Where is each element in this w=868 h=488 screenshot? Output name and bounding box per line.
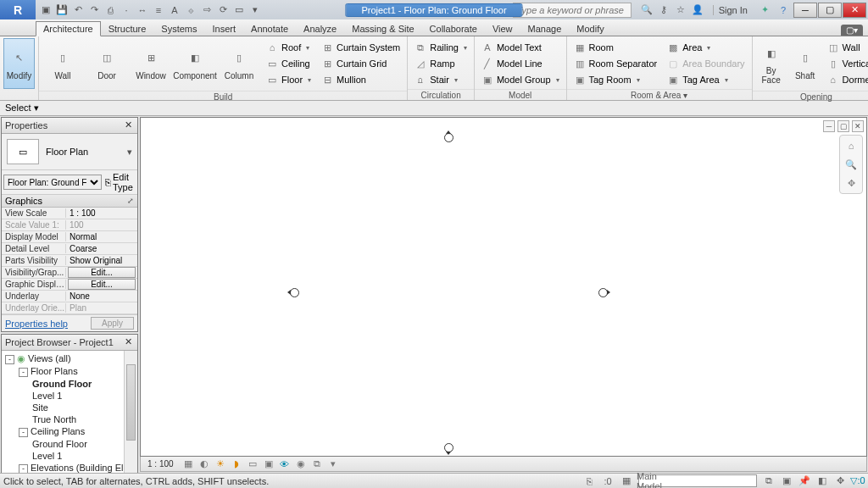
sun-path-icon[interactable]: ☀ [214,458,226,470]
apply-button[interactable]: Apply [91,317,134,330]
elevation-marker-west[interactable] [290,288,299,297]
maximize-button[interactable]: ▢ [818,3,842,18]
edit-button[interactable]: Edit... [68,279,136,290]
filter-icon[interactable]: ▽:0 [851,475,865,487]
property-row[interactable]: UnderlayNone [2,291,137,302]
room-button[interactable]: ▦Room [570,40,661,55]
tab-collaborate[interactable]: Collaborate [422,21,485,36]
redo-icon[interactable]: ↷ [87,3,101,17]
room-separator-button[interactable]: ▥Room Separator [570,56,661,71]
close-button[interactable]: ✕ [843,3,866,18]
collapse-icon[interactable]: - [5,355,14,364]
drag-icon[interactable]: ✥ [833,475,847,487]
modify-button[interactable]: ↖ Modify [3,38,35,89]
property-category[interactable]: Graphics⤢ [2,195,137,208]
user-icon[interactable]: 👤 [691,4,704,15]
search-input[interactable] [513,3,632,18]
vertical-button[interactable]: ▯Vertical [824,56,868,71]
railing-button[interactable]: ⧉Railing▾ [411,40,470,55]
save-icon[interactable]: 💾 [55,3,69,17]
property-value[interactable]: Coarse [66,244,137,253]
drawing-canvas[interactable]: ─ ▢ ✕ ⌂ 🔍 ✥ [140,117,867,457]
roof-button[interactable]: ⌂Roof▾ [263,40,314,55]
curtain-grid-button[interactable]: ⊞Curtain Grid [318,56,403,71]
type-selector[interactable]: ▭ Floor Plan ▾ [2,134,137,170]
elevation-marker-north[interactable] [444,133,453,142]
property-value[interactable]: Plan [66,303,137,313]
property-value[interactable]: Normal [66,232,137,241]
minimize-button[interactable]: ─ [793,3,817,18]
editable-only-icon[interactable]: ▦ [620,475,633,487]
undo-icon[interactable]: ↶ [71,3,85,17]
tab-systems[interactable]: Systems [153,21,204,36]
close-icon[interactable]: ✕ [122,119,134,131]
tree-node[interactable]: Ground Floor [5,378,137,390]
component-button[interactable]: ◧Component [175,38,215,89]
window-button[interactable]: ⊞Window [131,38,171,89]
design-options-select[interactable]: Main Model [638,474,757,487]
elevation-marker-south[interactable] [444,443,453,452]
door-button[interactable]: ◫Door [86,38,127,89]
property-row[interactable]: Visibility/Grap...Edit... [2,267,137,279]
property-row[interactable]: Scale Value 1:100 [2,219,137,231]
tab-modify[interactable]: Modify [569,21,611,36]
tab-architecture[interactable]: Architecture [36,21,101,36]
property-value[interactable]: 100 [66,220,137,230]
shaft-button[interactable]: ▯Shaft [790,38,821,89]
tag-area-button[interactable]: ▣Tag Area▾ [664,72,748,87]
property-row[interactable]: Parts VisibilityShow Original [2,255,137,267]
edit-type-button[interactable]: ⎘Edit Type [105,172,136,192]
floor-button[interactable]: ▭Floor▾ [263,72,314,87]
wall-opening-button[interactable]: ◫Wall [824,40,868,55]
shadows-icon[interactable]: ◗ [231,458,242,470]
align-icon[interactable]: ≡ [152,3,165,17]
visual-style-icon[interactable]: ◐ [198,458,210,470]
properties-help-link[interactable]: Properties help [5,319,68,329]
sync-icon[interactable]: ⟳ [216,3,230,17]
scrollbar-thumb[interactable] [126,364,136,441]
tab-structure[interactable]: Structure [101,21,154,36]
navigation-bar[interactable]: ⌂ 🔍 ✥ [839,135,863,194]
key-icon[interactable]: ⚷ [657,4,670,15]
open-icon[interactable]: ▣ [39,3,53,17]
pan-icon[interactable]: ✥ [843,176,859,190]
temporary-hide-icon[interactable]: ◉ [295,458,307,470]
dormer-button[interactable]: ⌂Dormer [824,72,868,87]
property-row[interactable]: Underlay Orie...Plan [2,302,137,314]
expand-icon[interactable]: - [19,428,28,437]
area-button[interactable]: ▩Area▾ [664,40,748,55]
tab-annotate[interactable]: Annotate [243,21,296,36]
tab-analyze[interactable]: Analyze [296,21,344,36]
property-row[interactable]: Display ModelNormal [2,231,137,243]
group-label[interactable]: Room & Area ▾ [567,89,752,101]
minimize-view-icon[interactable]: ─ [823,120,835,132]
tab-view[interactable]: View [485,21,520,36]
model-group-button[interactable]: ▣Model Group▾ [478,72,563,87]
exchange-icon[interactable]: ✦ [756,4,774,15]
binoculars-icon[interactable]: 🔍 [640,4,654,15]
tab-massing-site[interactable]: Massing & Site [344,21,421,36]
select-dropdown[interactable]: Select ▾ [5,103,39,114]
sign-in-link[interactable]: Sign In [713,5,753,15]
options-icon[interactable]: ▾ [327,458,339,470]
tree-root[interactable]: -◉ Views (all) [5,352,137,365]
elevation-marker-east[interactable] [598,288,608,297]
tree-node[interactable]: -Ceiling Plans [5,425,137,438]
instance-select[interactable]: Floor Plan: Ground F [3,175,102,190]
tab-manage[interactable]: Manage [520,21,570,36]
help-icon[interactable]: ? [777,5,789,15]
tree-node[interactable]: Ground Floor [5,438,137,450]
unhide-icon[interactable]: 👁 [279,458,291,470]
detail-level-icon[interactable]: ▦ [182,458,194,470]
qat-icon[interactable]: ⟐ [184,3,198,17]
text-icon[interactable]: A [168,3,181,17]
tree-node[interactable]: Site [5,402,137,413]
switch-icon[interactable]: ▭ [232,3,246,17]
curtain-system-button[interactable]: ⊞Curtain System [318,40,403,55]
select-links-icon[interactable]: ⧉ [762,475,776,487]
app-logo[interactable]: R [0,0,36,19]
tag-room-button[interactable]: ▣Tag Room▾ [570,72,661,87]
close-view-icon[interactable]: ✕ [852,120,864,132]
property-value[interactable]: None [66,291,137,301]
restore-view-icon[interactable]: ▢ [837,120,849,132]
